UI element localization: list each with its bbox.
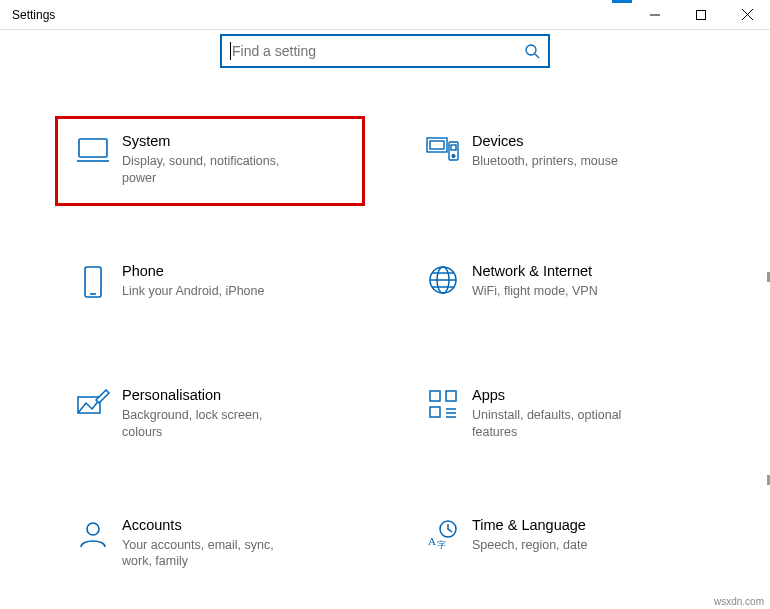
text-caret [230,42,231,60]
search-input[interactable] [230,43,524,59]
category-desc: Display, sound, notifications, power [122,153,292,187]
svg-rect-4 [430,141,444,149]
category-title: Personalisation [122,387,350,403]
devices-icon [420,133,466,163]
category-title: System [122,133,350,149]
category-desc: Speech, region, date [472,537,642,554]
time-language-icon: A 字 [420,517,466,549]
system-icon [70,133,116,163]
category-network[interactable]: Network & Internet WiFi, flight mode, VP… [405,246,715,330]
svg-point-1 [526,45,536,55]
svg-rect-14 [430,407,440,417]
category-title: Network & Internet [472,263,700,279]
svg-point-15 [87,523,99,535]
window-title: Settings [0,8,632,22]
maximize-icon [696,10,706,20]
category-desc: Uninstall, defaults, optional features [472,407,642,441]
svg-rect-2 [79,139,107,157]
category-time-language[interactable]: A 字 Time & Language Speech, region, date [405,500,715,590]
category-title: Apps [472,387,700,403]
category-title: Devices [472,133,700,149]
globe-icon [420,263,466,295]
search-icon [524,43,540,59]
category-title: Phone [122,263,350,279]
phone-icon [70,263,116,299]
apps-icon [420,387,466,419]
settings-home: System Display, sound, notifications, po… [0,30,770,609]
category-devices[interactable]: Devices Bluetooth, printers, mouse [405,116,715,206]
close-icon [742,9,753,20]
category-phone[interactable]: Phone Link your Android, iPhone [55,246,365,330]
category-title: Time & Language [472,517,700,533]
category-desc: Background, lock screen, colours [122,407,292,441]
svg-point-6 [452,155,455,158]
category-title: Accounts [122,517,350,533]
category-apps[interactable]: Apps Uninstall, defaults, optional featu… [405,370,715,460]
category-desc: Your accounts, email, sync, work, family [122,537,292,571]
category-desc: WiFi, flight mode, VPN [472,283,642,300]
svg-rect-8 [85,267,101,297]
minimize-button[interactable] [632,0,678,30]
category-desc: Bluetooth, printers, mouse [472,153,642,170]
svg-rect-7 [451,145,456,150]
titlebar: Settings [0,0,770,30]
category-system[interactable]: System Display, sound, notifications, po… [55,116,365,206]
accent-strip [612,0,632,3]
svg-rect-12 [430,391,440,401]
category-desc: Link your Android, iPhone [122,283,292,300]
search-wrap [0,34,770,68]
svg-rect-0 [697,10,706,19]
svg-text:A: A [428,535,436,547]
maximize-button[interactable] [678,0,724,30]
window-controls [632,0,770,30]
svg-text:字: 字 [437,540,446,549]
close-button[interactable] [724,0,770,30]
minimize-icon [650,10,660,20]
accounts-icon [70,517,116,549]
category-personalisation[interactable]: Personalisation Background, lock screen,… [55,370,365,460]
svg-rect-13 [446,391,456,401]
personalisation-icon [70,387,116,417]
category-accounts[interactable]: Accounts Your accounts, email, sync, wor… [55,500,365,590]
category-grid: System Display, sound, notifications, po… [25,116,745,609]
search-box[interactable] [220,34,550,68]
watermark: wsxdn.com [714,596,764,607]
